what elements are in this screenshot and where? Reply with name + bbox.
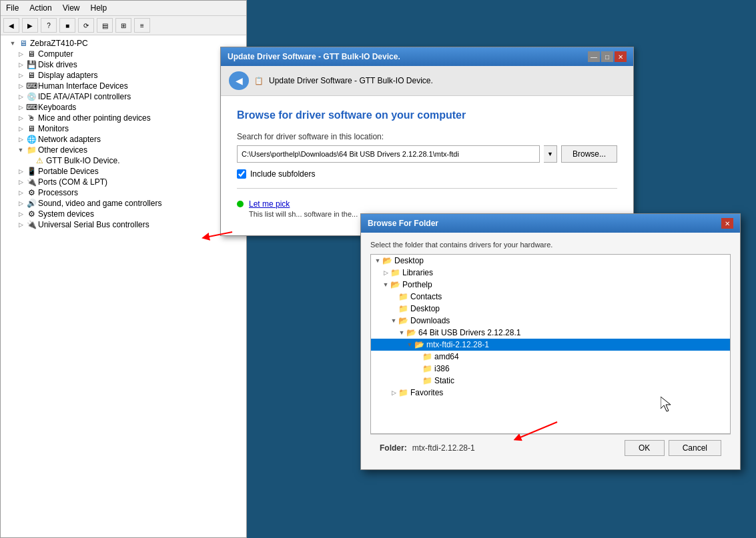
divider bbox=[237, 188, 617, 189]
ok-button[interactable]: OK bbox=[625, 440, 665, 456]
browse-close-btn[interactable]: ✕ bbox=[721, 218, 733, 229]
nav-path-icon: 📋 bbox=[254, 77, 264, 85]
display-label: Display adapters bbox=[38, 71, 97, 80]
libraries-expand: ▷ bbox=[382, 269, 390, 277]
porthelp-icon: 📂 bbox=[390, 280, 400, 289]
64bit-icon: 📂 bbox=[406, 328, 416, 337]
browse-title-buttons: ✕ bbox=[721, 218, 733, 229]
refresh-btn[interactable]: ⟳ bbox=[78, 18, 94, 33]
tree-hid[interactable]: ▷ ⌨ Human Interface Devices bbox=[3, 81, 244, 91]
i386-icon: 📁 bbox=[422, 364, 432, 373]
amd64-expand bbox=[414, 353, 422, 361]
back-nav-btn[interactable]: ◀ bbox=[229, 71, 249, 90]
menu-action[interactable]: Action bbox=[29, 3, 51, 13]
browse-item-mtxftdi[interactable]: ▼ 📂 mtx-ftdi-2.12.28-1 bbox=[371, 339, 730, 351]
tree-sound[interactable]: ▷ 🔊 Sound, video and game controllers bbox=[3, 198, 244, 209]
include-subfolders-checkbox[interactable] bbox=[237, 169, 246, 179]
disk-expand: ▷ bbox=[17, 61, 25, 69]
browse-desktop-root-label: Desktop bbox=[394, 256, 424, 265]
let-me-pick-link[interactable]: Let me pick bbox=[249, 199, 358, 209]
proc-label: Processors bbox=[38, 188, 78, 197]
tree-portable[interactable]: ▷ 📱 Portable Devices bbox=[3, 166, 244, 177]
path-dropdown-btn[interactable]: ▼ bbox=[544, 145, 557, 163]
gtt-icon: ⚠ bbox=[34, 156, 45, 165]
network-label: Network adapters bbox=[38, 135, 101, 144]
browse-fav-label: Favorites bbox=[410, 388, 443, 397]
menu-view[interactable]: View bbox=[63, 3, 80, 13]
browse-porthelp-label: Porthelp bbox=[402, 280, 432, 289]
sound-icon: 🔊 bbox=[26, 199, 37, 208]
64bit-expand: ▼ bbox=[398, 329, 406, 337]
tree-monitors[interactable]: ▷ 🖥 Monitors bbox=[3, 123, 244, 134]
minimize-btn[interactable]: — bbox=[588, 51, 600, 62]
usb-label: Universal Serial Bus controllers bbox=[38, 220, 149, 229]
tree-keyboard[interactable]: ▷ ⌨ Keyboards bbox=[3, 102, 244, 113]
browse-contacts-label: Contacts bbox=[410, 292, 442, 301]
tree-display[interactable]: ▷ 🖥 Display adapters bbox=[3, 70, 244, 81]
prop-btn[interactable]: ■ bbox=[59, 18, 75, 33]
mtx-icon: 📂 bbox=[414, 340, 424, 349]
scan-btn[interactable]: ⊞ bbox=[115, 18, 131, 33]
tree-ide[interactable]: ▷ 💿 IDE ATA/ATAPI controllers bbox=[3, 91, 244, 102]
browse-item-64bit[interactable]: ▼ 📂 64 Bit USB Drivers 2.12.28.1 bbox=[371, 327, 730, 339]
root-icon: 🖥 bbox=[18, 39, 29, 48]
footer-buttons: OK Cancel bbox=[625, 440, 721, 456]
desktop-root-icon: 📂 bbox=[382, 256, 392, 265]
folder-label: Folder: bbox=[380, 443, 407, 453]
browse-item-amd64[interactable]: 📁 amd64 bbox=[371, 351, 730, 363]
browse-item-i386[interactable]: 📁 i386 bbox=[371, 363, 730, 375]
tree-usb[interactable]: ▷ 🔌 Universal Serial Bus controllers bbox=[3, 219, 244, 230]
desktop2-expand bbox=[390, 305, 398, 313]
tree-mice[interactable]: ▷ 🖱 Mice and other pointing devices bbox=[3, 113, 244, 123]
tree-system[interactable]: ▷ ⚙ System devices bbox=[3, 209, 244, 219]
ports-expand: ▷ bbox=[17, 178, 25, 186]
ports-label: Ports (COM & LPT) bbox=[38, 177, 107, 187]
other-expand: ▼ bbox=[17, 146, 25, 154]
help-btn[interactable]: ? bbox=[41, 18, 57, 33]
path-input[interactable] bbox=[237, 145, 540, 163]
let-me-pick-subtext: This list will sh... software in the... bbox=[249, 210, 358, 218]
tree-network[interactable]: ▷ 🌐 Network adapters bbox=[3, 134, 244, 145]
forward-btn[interactable]: ▶ bbox=[22, 18, 38, 33]
browse-item-favorites[interactable]: ▷ 📁 Favorites bbox=[371, 387, 730, 399]
search-label: Search for driver software in this locat… bbox=[237, 132, 617, 141]
tree-disk[interactable]: ▷ 💾 Disk drives bbox=[3, 59, 244, 70]
browse-item-desktop-porthelp[interactable]: 📁 Desktop bbox=[371, 303, 730, 315]
display-icon: 🖥 bbox=[26, 71, 37, 80]
browse-item-libraries[interactable]: ▷ 📁 Libraries bbox=[371, 267, 730, 279]
browse-item-downloads[interactable]: ▼ 📂 Downloads bbox=[371, 315, 730, 327]
browse-item-contacts[interactable]: 📁 Contacts bbox=[371, 291, 730, 303]
portable-icon: 📱 bbox=[26, 167, 37, 176]
mice-icon: 🖱 bbox=[26, 113, 37, 123]
portable-expand: ▷ bbox=[17, 167, 25, 175]
hid-expand: ▷ bbox=[17, 82, 25, 90]
browse-item-static[interactable]: 📁 Static bbox=[371, 375, 730, 387]
nav-title: Update Driver Software - GTT Bulk-IO Dev… bbox=[269, 76, 433, 85]
mice-expand: ▷ bbox=[17, 114, 25, 122]
maximize-btn[interactable]: □ bbox=[601, 51, 613, 62]
toolbar: ◀ ▶ ? ■ ⟳ ▤ ⊞ ≡ bbox=[1, 16, 246, 35]
menu-file[interactable]: File bbox=[6, 3, 19, 13]
browse-item-porthelp[interactable]: ▼ 📂 Porthelp bbox=[371, 279, 730, 291]
tree-ports[interactable]: ▷ 🔌 Ports (COM & LPT) bbox=[3, 177, 244, 187]
tree-computer[interactable]: ▷ 🖥 Computer bbox=[3, 49, 244, 59]
menu-help[interactable]: Help bbox=[91, 3, 107, 13]
sound-label: Sound, video and game controllers bbox=[38, 199, 161, 208]
browse-button[interactable]: Browse... bbox=[561, 145, 617, 163]
dialog-heading: Browse for driver software on your compu… bbox=[237, 109, 617, 121]
browse-i386-label: i386 bbox=[434, 364, 450, 373]
cancel-button[interactable]: Cancel bbox=[669, 440, 721, 456]
back-btn[interactable]: ◀ bbox=[3, 18, 19, 33]
tree-proc[interactable]: ▷ ⚙ Processors bbox=[3, 187, 244, 198]
browse-static-label: Static bbox=[434, 376, 454, 385]
static-expand bbox=[414, 377, 422, 385]
driver-btn[interactable]: ▤ bbox=[97, 18, 113, 33]
browse-item-desktop-root[interactable]: ▼ 📂 Desktop bbox=[371, 255, 730, 267]
ide-label: IDE ATA/ATAPI controllers bbox=[38, 92, 131, 101]
tree-root[interactable]: ▼ 🖥 ZebraZT410-PC bbox=[3, 38, 244, 49]
expand-btn[interactable]: ≡ bbox=[134, 18, 150, 33]
gtt-label: GTT Bulk-IO Device. bbox=[46, 156, 119, 165]
tree-gtt[interactable]: ⚠ GTT Bulk-IO Device. bbox=[3, 155, 244, 166]
close-btn[interactable]: ✕ bbox=[615, 51, 627, 62]
tree-other[interactable]: ▼ 📁 Other devices bbox=[3, 145, 244, 155]
